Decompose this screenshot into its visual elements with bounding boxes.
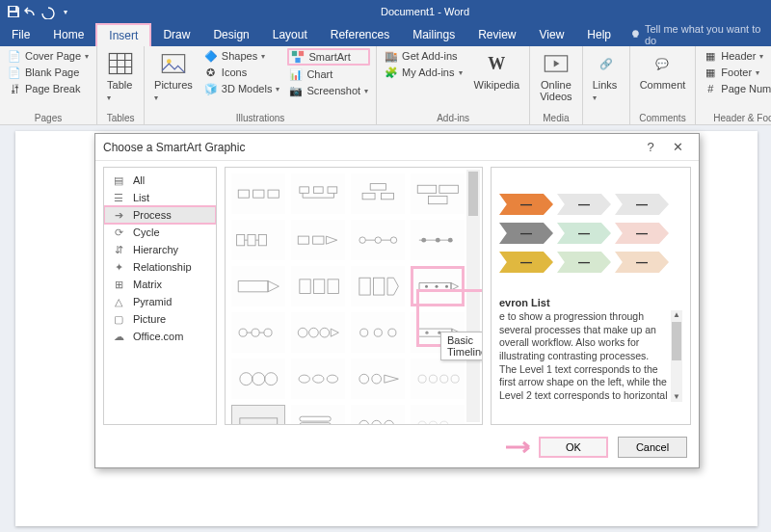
category-all[interactable]: ▤All [104, 172, 216, 189]
category-office-com[interactable]: ☁Office.com [104, 328, 216, 345]
my-addins-button[interactable]: 🧩My Add-ins [383, 65, 464, 80]
category-process[interactable]: ➔Process [104, 206, 216, 224]
layout-thumb[interactable] [411, 405, 465, 425]
dialog-close-button[interactable]: ✕ [664, 140, 691, 154]
layout-thumb[interactable] [231, 266, 285, 306]
layout-thumb[interactable] [351, 220, 405, 260]
tab-file[interactable]: File [0, 24, 41, 45]
svg-point-61 [439, 375, 447, 383]
layout-thumb[interactable] [351, 266, 405, 306]
layout-thumb[interactable] [411, 359, 465, 399]
layout-thumb[interactable] [291, 266, 345, 306]
cancel-button[interactable]: Cancel [618, 437, 687, 458]
category-list-item[interactable]: ☰List [104, 189, 216, 206]
tell-me-search[interactable]: Tell me what you want to do [623, 23, 771, 46]
category-matrix[interactable]: ⊞Matrix [104, 276, 216, 293]
layout-thumb[interactable] [231, 173, 285, 214]
dialog-help-button[interactable]: ? [637, 140, 664, 154]
page-icon: 📄 [8, 49, 21, 63]
dialog-titlebar[interactable]: Choose a SmartArt Graphic ? ✕ [95, 134, 699, 161]
layout-thumb[interactable] [291, 405, 345, 425]
cover-page-button[interactable]: 📄Cover Page [6, 48, 91, 64]
scroll-up-icon[interactable]: ▲ [671, 310, 682, 320]
svg-rect-18 [417, 185, 436, 193]
footer-button[interactable]: ▦Footer [702, 65, 771, 80]
break-icon: ⭿ [8, 82, 21, 95]
save-icon[interactable] [6, 4, 21, 19]
tab-references[interactable]: References [319, 24, 401, 45]
table-icon [107, 50, 134, 77]
footer-icon: ▦ [704, 66, 717, 79]
layout-thumb[interactable] [291, 312, 345, 353]
group-comments: 💬 Comment Comments [630, 46, 697, 124]
comment-button[interactable]: 💬 Comment [636, 48, 690, 93]
links-button[interactable]: 🔗 Links [589, 48, 624, 104]
tab-insert[interactable]: Insert [95, 23, 151, 46]
group-tables: Table Tables [97, 46, 145, 124]
tab-review[interactable]: Review [466, 24, 527, 45]
desc-scrollbar[interactable]: ▲ ▼ [671, 310, 682, 402]
3d-models-button[interactable]: 🧊3D Models [202, 81, 282, 96]
layout-thumb[interactable] [291, 359, 345, 399]
scroll-down-icon[interactable]: ▼ [671, 392, 682, 402]
tab-design[interactable]: Design [201, 24, 260, 45]
layout-thumb[interactable] [231, 220, 285, 260]
layout-thumb[interactable] [231, 405, 285, 425]
ok-button[interactable]: OK [539, 437, 608, 458]
svg-rect-9 [238, 190, 249, 198]
layout-thumb[interactable] [411, 173, 465, 214]
tab-home[interactable]: Home [41, 24, 95, 45]
undo-icon[interactable] [23, 4, 39, 19]
icons-button[interactable]: ✪Icons [202, 65, 282, 80]
camera-icon: 📷 [289, 84, 303, 97]
pictures-button[interactable]: Pictures [150, 48, 197, 104]
group-label-tables: Tables [103, 112, 138, 123]
layout-thumb[interactable] [351, 405, 405, 425]
layout-thumb[interactable] [351, 312, 405, 353]
svg-rect-1 [10, 13, 17, 16]
group-label-links [589, 112, 624, 123]
svg-rect-32 [300, 279, 310, 294]
gallery-scrollbar[interactable] [466, 170, 480, 422]
tab-layout[interactable]: Layout [261, 24, 319, 45]
svg-rect-34 [328, 279, 338, 294]
online-videos-button[interactable]: Online Videos [536, 48, 575, 104]
category-hierarchy[interactable]: ⇵Hierarchy [104, 241, 216, 258]
shapes-button[interactable]: 🔷Shapes [202, 48, 282, 64]
tab-help[interactable]: Help [575, 24, 623, 45]
layout-thumb[interactable] [231, 359, 285, 399]
tab-view[interactable]: View [528, 24, 576, 45]
blank-page-button[interactable]: 📄Blank Page [6, 65, 91, 80]
layout-thumb[interactable] [231, 312, 285, 353]
layout-thumb-basic-timeline[interactable] [411, 266, 465, 306]
page-break-button[interactable]: ⭿Page Break [6, 81, 91, 96]
layout-thumb[interactable] [291, 173, 345, 214]
group-label-pages: Pages [6, 112, 91, 123]
wikipedia-button[interactable]: W Wikipedia [470, 48, 524, 93]
redo-icon[interactable] [40, 4, 56, 19]
svg-point-58 [372, 374, 382, 384]
screenshot-button[interactable]: 📷Screenshot [287, 83, 370, 98]
category-picture[interactable]: ▢Picture [104, 310, 216, 328]
category-cycle[interactable]: ⟳Cycle [104, 224, 216, 241]
scrollbar-thumb[interactable] [672, 322, 681, 360]
get-addins-button[interactable]: 🏬Get Add-ins [383, 48, 464, 64]
layout-thumb[interactable] [351, 173, 405, 214]
qat-customize-icon[interactable]: ▾ [58, 4, 73, 19]
svg-point-48 [388, 329, 396, 336]
page-number-button[interactable]: #Page Number [702, 81, 771, 96]
svg-point-56 [327, 375, 337, 383]
layout-thumb[interactable] [351, 359, 405, 399]
tab-draw[interactable]: Draw [151, 24, 201, 45]
category-pyramid[interactable]: △Pyramid [104, 293, 216, 310]
table-button[interactable]: Table [103, 48, 138, 104]
scrollbar-thumb[interactable] [468, 172, 478, 216]
layout-thumb[interactable] [411, 220, 465, 260]
chart-button[interactable]: 📊Chart [287, 66, 370, 82]
smartart-button[interactable]: SmartArt [287, 48, 370, 66]
category-relationship[interactable]: ✦Relationship [104, 258, 216, 276]
layout-thumb[interactable] [291, 220, 345, 260]
tab-mailings[interactable]: Mailings [401, 24, 466, 45]
header-button[interactable]: ▦Header [702, 48, 771, 64]
preview-description: e to show a progression through several … [499, 310, 682, 402]
